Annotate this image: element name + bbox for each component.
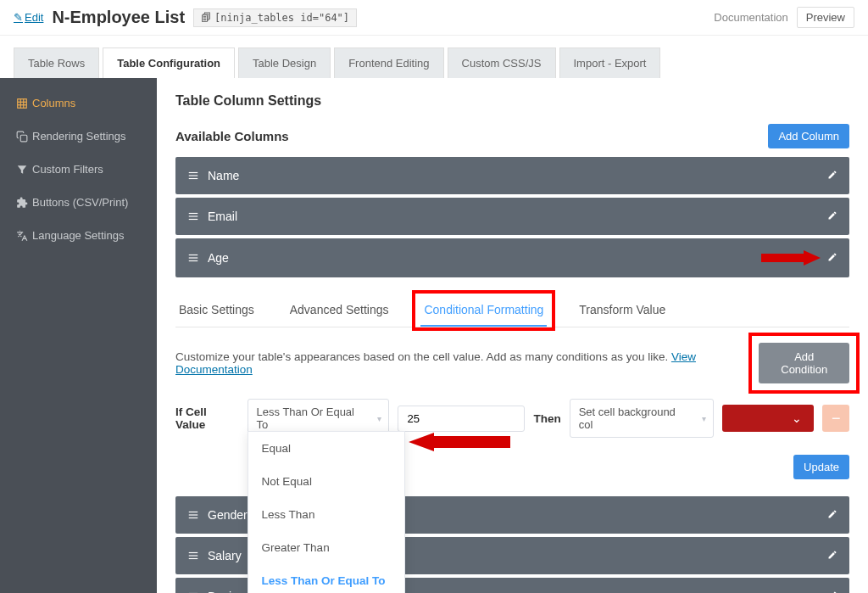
documentation-link[interactable]: Documentation <box>714 11 787 24</box>
dropdown-option[interactable]: Greater Than <box>248 531 404 564</box>
table-icon <box>12 98 32 109</box>
chevron-down-icon: ▾ <box>377 414 381 423</box>
column-item[interactable]: Age <box>175 238 849 277</box>
column-name: Name <box>208 169 827 182</box>
annotation-arrow-left <box>409 433 510 458</box>
page-header: ✎Edit N-Employee List 🗐[ninja_tables id=… <box>0 0 868 36</box>
chevron-down-icon: ▾ <box>702 414 706 423</box>
section-title: Table Column Settings <box>175 93 849 109</box>
layout: Columns Rendering Settings Custom Filter… <box>0 78 868 593</box>
edit-link[interactable]: ✎Edit <box>14 11 43 24</box>
pencil-icon[interactable] <box>827 549 837 562</box>
dropdown-option[interactable]: Less Than Or Equal To <box>248 564 404 593</box>
subtab-transform[interactable]: Transform Value <box>576 294 669 327</box>
sidebar-item-buttons[interactable]: Buttons (CSV/Print) <box>0 186 157 219</box>
sidebar-item-columns[interactable]: Columns <box>0 87 157 120</box>
subtab-advanced[interactable]: Advanced Settings <box>287 294 392 327</box>
description-text: Customize your table's appearances based… <box>175 350 671 363</box>
tab-table-design[interactable]: Table Design <box>238 48 331 78</box>
description-row: Customize your table's appearances based… <box>175 343 849 383</box>
pencil-icon[interactable] <box>827 169 837 182</box>
svg-marker-15 <box>761 250 821 266</box>
puzzle-icon <box>12 197 32 209</box>
tab-table-rows[interactable]: Table Rows <box>14 48 99 78</box>
operator-dropdown: Equal Not Equal Less Than Greater Than L… <box>248 431 405 593</box>
svg-marker-16 <box>409 433 510 451</box>
subtab-basic[interactable]: Basic Settings <box>175 294 258 327</box>
update-button[interactable]: Update <box>793 455 849 479</box>
translate-icon <box>12 230 32 242</box>
condition-value-input[interactable] <box>398 406 525 432</box>
annotation-red-box <box>748 333 860 394</box>
shortcode-text: [ninja_tables id="64"] <box>214 12 349 24</box>
content: Table Column Settings Available Columns … <box>157 78 868 593</box>
sidebar-item-rendering[interactable]: Rendering Settings <box>0 120 157 153</box>
page-icon: 🗐 <box>201 12 211 24</box>
available-columns-header: Available Columns Add Column <box>175 124 849 148</box>
pencil-icon[interactable] <box>827 590 837 593</box>
dropdown-option[interactable]: Not Equal <box>248 465 404 498</box>
copy-icon <box>12 131 32 143</box>
annotation-red-box <box>412 290 555 331</box>
dropdown-option[interactable]: Equal <box>248 432 404 465</box>
then-label: Then <box>533 412 560 425</box>
grip-icon[interactable] <box>187 252 199 264</box>
color-picker[interactable]: ⌄ <box>722 405 815 432</box>
column-name: Email <box>208 210 827 223</box>
tab-table-configuration[interactable]: Table Configuration <box>103 48 235 78</box>
edit-link-label: Edit <box>25 11 43 24</box>
tab-custom-css-js[interactable]: Custom CSS/JS <box>448 48 556 78</box>
dropdown-option[interactable]: Less Than <box>248 498 404 531</box>
svg-rect-0 <box>18 98 27 108</box>
grip-icon[interactable] <box>187 550 199 562</box>
chevron-down-icon: ⌄ <box>792 411 802 425</box>
svg-rect-5 <box>20 135 27 142</box>
available-columns-title: Available Columns <box>175 129 289 143</box>
delete-condition-button[interactable]: − <box>822 405 849 432</box>
operator-select-value: Less Than Or Equal To <box>257 406 354 431</box>
column-item[interactable]: Name <box>175 157 849 194</box>
pencil-icon: ✎ <box>14 11 23 24</box>
sidebar-item-label: Rendering Settings <box>32 130 126 143</box>
sidebar: Columns Rendering Settings Custom Filter… <box>0 78 157 593</box>
column-name: Age <box>208 251 761 265</box>
pencil-icon[interactable] <box>827 251 837 265</box>
action-select[interactable]: Set cell background col ▾ <box>570 399 714 438</box>
sidebar-item-label: Columns <box>32 97 75 109</box>
column-item[interactable]: Email <box>175 198 849 235</box>
header-right: Documentation Preview <box>714 7 854 28</box>
subtabs: Basic Settings Advanced Settings Conditi… <box>175 294 849 327</box>
pencil-icon[interactable] <box>827 508 837 522</box>
shortcode-box[interactable]: 🗐[ninja_tables id="64"] <box>193 8 357 27</box>
pencil-icon[interactable] <box>827 210 837 223</box>
add-column-button[interactable]: Add Column <box>768 124 849 148</box>
action-select-value: Set cell background col <box>579 406 676 431</box>
sidebar-item-label: Buttons (CSV/Print) <box>32 196 128 209</box>
grip-icon[interactable] <box>187 170 199 182</box>
minus-icon: − <box>832 410 841 428</box>
if-cell-value-label: If Cell Value <box>175 406 239 431</box>
grip-icon[interactable] <box>187 509 199 521</box>
sidebar-item-filters[interactable]: Custom Filters <box>0 153 157 186</box>
sidebar-item-label: Language Settings <box>32 229 124 242</box>
preview-button[interactable]: Preview <box>797 7 854 28</box>
main-tabbar: Table Rows Table Configuration Table Des… <box>0 36 868 78</box>
page-title: N-Employee List <box>52 8 185 27</box>
tab-frontend-editing[interactable]: Frontend Editing <box>334 48 443 78</box>
condition-row: If Cell Value Less Than Or Equal To ▾ Eq… <box>175 399 849 438</box>
grip-icon[interactable] <box>187 210 199 222</box>
filter-icon <box>12 164 32 176</box>
annotation-arrow-right <box>761 250 821 266</box>
tab-import-export[interactable]: Import - Export <box>559 48 661 78</box>
sidebar-item-language[interactable]: Language Settings <box>0 219 157 252</box>
sidebar-item-label: Custom Filters <box>32 163 103 176</box>
